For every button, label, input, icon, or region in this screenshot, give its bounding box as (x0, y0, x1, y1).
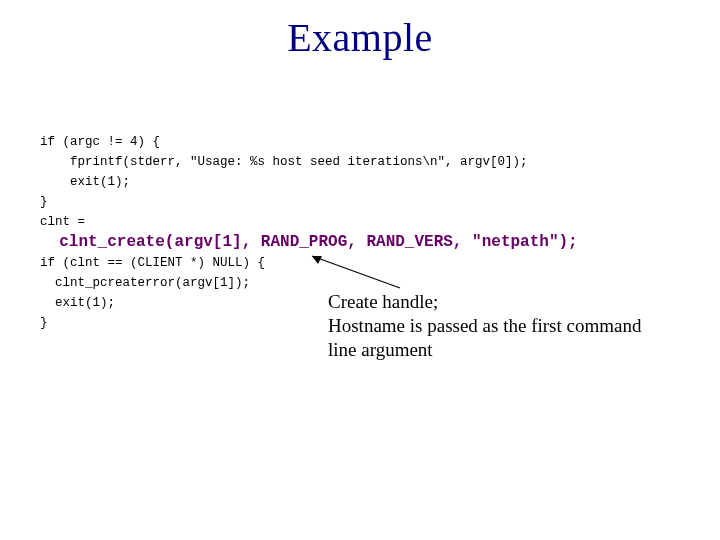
code-line: fprintf(stderr, "Usage: %s host seed ite… (40, 155, 528, 169)
slide: Example if (argc != 4) { fprintf(stderr,… (0, 0, 720, 540)
code-line: exit(1); (40, 296, 115, 310)
code-line: exit(1); (40, 175, 130, 189)
annotation-line: Hostname is passed as the first command (328, 314, 698, 338)
annotation-text: Create handle; Hostname is passed as the… (328, 290, 698, 362)
code-line-emph: clnt_create(argv[1], RAND_PROG, RAND_VER… (40, 233, 578, 251)
code-line: clnt = (40, 215, 85, 229)
slide-title: Example (0, 14, 720, 61)
code-line: if (argc != 4) { (40, 135, 160, 149)
annotation-line: Create handle; (328, 290, 698, 314)
code-line: if (clnt == (CLIENT *) NULL) { (40, 256, 265, 270)
code-line: } (40, 195, 48, 209)
annotation-line: line argument (328, 338, 698, 362)
code-line: } (40, 316, 48, 330)
code-line: clnt_pcreaterror(argv[1]); (40, 276, 250, 290)
